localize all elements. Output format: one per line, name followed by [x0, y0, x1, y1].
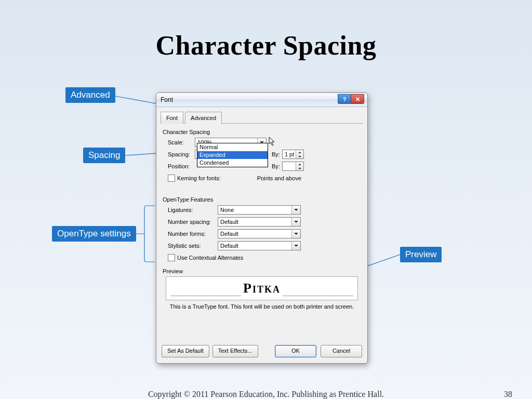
tab-strip: Font Advanced [161, 111, 363, 124]
preview-heading: Preview [163, 268, 367, 274]
stylistic-sets-value: Default [220, 242, 238, 250]
preview-sample-text: Pitka [241, 281, 283, 296]
points-above-label: Points and above [257, 175, 301, 181]
callout-opentype: OpenType settings [52, 226, 136, 242]
number-spacing-label: Number spacing: [168, 219, 218, 225]
preview-note: This is a TrueType font. This font will … [156, 303, 367, 310]
tab-advanced[interactable]: Advanced [185, 112, 222, 124]
number-spacing-value: Default [220, 218, 238, 226]
dialog-title: Font [161, 96, 173, 103]
spin-up-icon[interactable] [298, 162, 301, 166]
spacing-by-spinner[interactable]: 1 pt [282, 150, 304, 159]
number-forms-label: Number forms: [168, 231, 218, 237]
ligatures-combo[interactable]: None [218, 205, 301, 215]
number-forms-combo[interactable]: Default [218, 229, 301, 238]
position-by-label: By: [272, 163, 280, 169]
text-effects-button[interactable]: Text Effects... [212, 345, 258, 357]
dialog-button-bar: Set As Default Text Effects... OK Cancel [156, 344, 367, 358]
dropdown-arrow-icon[interactable] [291, 242, 300, 250]
kerning-label: Kerning for fonts: [177, 175, 221, 181]
character-spacing-heading: Character Spacing [163, 129, 367, 135]
scale-label: Scale: [168, 139, 195, 145]
spin-up-icon[interactable] [298, 150, 301, 154]
contextual-alternates-label: Use Contextual Alternates [177, 255, 243, 261]
dropdown-arrow-icon[interactable] [291, 230, 300, 238]
stylistic-sets-combo[interactable]: Default [218, 241, 301, 250]
stylistic-sets-label: Stylistic sets: [168, 243, 218, 249]
preview-box: Pitka [166, 276, 358, 300]
font-dialog: Font ? ✕ Font Advanced Character Spacing… [156, 92, 368, 364]
help-button[interactable]: ? [338, 94, 351, 104]
close-button[interactable]: ✕ [351, 94, 364, 104]
ligatures-label: Ligatures: [168, 207, 218, 213]
dialog-titlebar[interactable]: Font ? ✕ [156, 93, 367, 107]
footer-page-number: 38 [504, 390, 512, 399]
spacing-by-value: 1 pt [285, 151, 294, 157]
contextual-alternates-checkbox[interactable] [168, 254, 175, 261]
spacing-dropdown-list[interactable]: Normal Expanded Condensed [197, 143, 268, 167]
number-spacing-combo[interactable]: Default [218, 217, 301, 227]
tab-font[interactable]: Font [161, 112, 183, 124]
spacing-option-expanded[interactable]: Expanded [197, 151, 268, 159]
spin-down-icon[interactable] [298, 166, 301, 170]
spin-down-icon[interactable] [298, 154, 301, 158]
spacing-option-condensed[interactable]: Condensed [197, 159, 268, 167]
spacing-option-normal[interactable]: Normal [197, 143, 268, 151]
kerning-checkbox[interactable] [168, 175, 175, 182]
callout-advanced: Advanced [65, 87, 115, 103]
spacing-by-label: By: [272, 151, 280, 157]
spacing-label: Spacing: [168, 151, 195, 157]
number-forms-value: Default [220, 230, 238, 238]
dropdown-arrow-icon[interactable] [291, 218, 300, 226]
ok-button[interactable]: OK [275, 345, 316, 357]
set-as-default-button[interactable]: Set As Default [162, 345, 209, 357]
ligatures-value: None [220, 206, 234, 214]
opentype-heading: OpenType Features [163, 196, 367, 203]
slide-title: Character Spacing [0, 30, 532, 61]
footer-copyright: Copyright © 2011 Pearson Education, Inc.… [148, 390, 384, 399]
callout-spacing: Spacing [83, 148, 125, 163]
position-label: Position: [168, 163, 195, 169]
position-by-spinner[interactable] [282, 162, 304, 171]
cancel-button[interactable]: Cancel [321, 345, 362, 357]
dropdown-arrow-icon[interactable] [291, 206, 300, 214]
callout-preview: Preview [400, 247, 442, 262]
